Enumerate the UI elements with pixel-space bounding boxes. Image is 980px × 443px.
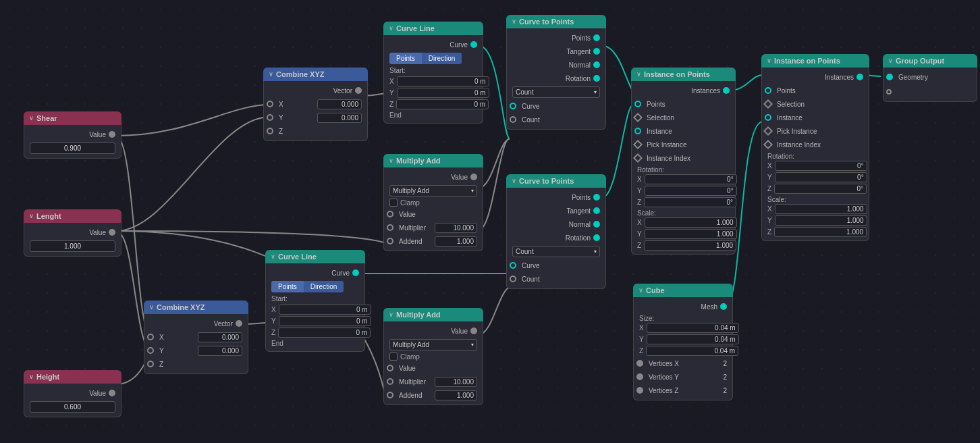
ma1-multiplier-input[interactable] bbox=[435, 223, 477, 233]
iop2-rot-y-input[interactable] bbox=[775, 172, 867, 182]
iop1-scale-z-input[interactable] bbox=[644, 240, 736, 251]
iop1-pick-socket[interactable] bbox=[633, 140, 643, 149]
cube-vertx-socket[interactable] bbox=[636, 360, 643, 367]
ma2-value-in-socket[interactable] bbox=[387, 365, 393, 371]
collapse-icon-iop1[interactable]: ∨ bbox=[636, 71, 641, 78]
shear-value-display[interactable]: 0.900 bbox=[30, 142, 115, 154]
collapse-icon-height[interactable]: ∨ bbox=[29, 373, 34, 380]
cl2-start-x-input[interactable] bbox=[279, 305, 371, 315]
cl2-start-z-input[interactable] bbox=[278, 328, 371, 338]
cube-verty-socket[interactable] bbox=[636, 373, 643, 380]
collapse-icon-cxyz1[interactable]: ∨ bbox=[269, 71, 273, 78]
cxyz1-x-socket[interactable] bbox=[267, 101, 273, 107]
ctp2-count-dropdown[interactable]: Count bbox=[512, 246, 600, 257]
cube-z-input[interactable] bbox=[646, 346, 738, 356]
iop2-scale-x-input[interactable] bbox=[775, 204, 867, 214]
cl1-start-z-input[interactable] bbox=[396, 99, 489, 109]
collapse-icon-ma2[interactable]: ∨ bbox=[389, 311, 393, 318]
lenght-value-socket[interactable] bbox=[109, 229, 115, 236]
ctp2-points-socket[interactable] bbox=[593, 194, 600, 201]
go-extra-socket[interactable] bbox=[886, 89, 892, 95]
lenght-value-display[interactable]: 1.000 bbox=[30, 240, 115, 252]
cxyz1-y-input[interactable] bbox=[317, 113, 362, 123]
ctp2-tangent-socket[interactable] bbox=[593, 207, 600, 214]
ctp2-count-in-socket[interactable] bbox=[510, 276, 516, 282]
go-geometry-socket[interactable] bbox=[886, 74, 893, 80]
iop2-scale-z-input[interactable] bbox=[774, 227, 867, 237]
cube-vertz-socket[interactable] bbox=[636, 387, 643, 394]
iop1-instances-socket[interactable] bbox=[723, 87, 730, 94]
iop2-index-socket[interactable] bbox=[763, 140, 773, 149]
ctp1-points-socket[interactable] bbox=[593, 34, 600, 41]
iop1-scale-x-input[interactable] bbox=[645, 217, 737, 228]
cxyz2-x-socket[interactable] bbox=[147, 334, 154, 340]
cl2-curve-socket[interactable] bbox=[352, 269, 359, 276]
cube-y-input[interactable] bbox=[647, 334, 739, 344]
ma1-addend-input[interactable] bbox=[435, 236, 477, 246]
ma1-addend-socket[interactable] bbox=[387, 238, 393, 244]
ctp1-tangent-socket[interactable] bbox=[593, 48, 600, 55]
ctp2-curve-in-socket[interactable] bbox=[510, 262, 516, 269]
ctp1-count-in-socket[interactable] bbox=[510, 116, 516, 123]
iop1-rot-x-input[interactable] bbox=[645, 174, 737, 184]
ctp1-curve-in-socket[interactable] bbox=[510, 103, 516, 109]
cxyz2-y-socket[interactable] bbox=[147, 347, 154, 354]
cube-mesh-socket[interactable] bbox=[720, 303, 727, 310]
ma2-addend-input[interactable] bbox=[435, 390, 477, 400]
iop2-scale-y-input[interactable] bbox=[775, 215, 867, 226]
iop1-rot-z-input[interactable] bbox=[644, 197, 736, 207]
ma2-clamp-checkbox[interactable] bbox=[389, 353, 398, 361]
ctp1-rotation-socket[interactable] bbox=[593, 75, 600, 82]
ctp2-normal-socket[interactable] bbox=[593, 221, 600, 228]
cxyz1-z-socket[interactable] bbox=[267, 128, 273, 134]
ma2-addend-socket[interactable] bbox=[387, 392, 393, 398]
collapse-icon-cube[interactable]: ∨ bbox=[638, 287, 643, 294]
ma2-multiplier-input[interactable] bbox=[435, 377, 477, 387]
cl1-direction-btn[interactable]: Direction bbox=[422, 53, 462, 64]
iop2-instances-socket[interactable] bbox=[856, 74, 863, 80]
collapse-icon[interactable]: ∨ bbox=[29, 115, 34, 122]
height-value-display[interactable]: 0.600 bbox=[30, 401, 115, 413]
ctp2-rotation-socket[interactable] bbox=[593, 234, 600, 241]
cl1-curve-socket[interactable] bbox=[470, 41, 477, 48]
iop2-rot-z-input[interactable] bbox=[774, 184, 867, 194]
height-value-socket[interactable] bbox=[109, 390, 115, 396]
iop1-index-socket[interactable] bbox=[633, 153, 643, 163]
cxyz1-y-socket[interactable] bbox=[267, 114, 273, 121]
cl1-start-y-input[interactable] bbox=[397, 88, 489, 98]
cxyz2-vector-socket[interactable] bbox=[236, 320, 242, 327]
cube-x-input[interactable] bbox=[647, 323, 739, 333]
iop1-points-socket[interactable] bbox=[634, 101, 641, 107]
iop2-selection-socket[interactable] bbox=[763, 99, 773, 109]
ma2-mode-dropdown[interactable]: Multiply Add bbox=[389, 339, 477, 350]
ctp1-normal-socket[interactable] bbox=[593, 61, 600, 68]
collapse-icon-cxyz2[interactable]: ∨ bbox=[149, 304, 154, 311]
ma1-value-in-socket[interactable] bbox=[387, 211, 393, 217]
collapse-icon-cl2[interactable]: ∨ bbox=[271, 253, 275, 260]
iop2-points-socket[interactable] bbox=[765, 87, 771, 94]
cl2-points-btn[interactable]: Points bbox=[271, 281, 304, 292]
cxyz2-z-socket[interactable] bbox=[147, 361, 154, 367]
iop1-rot-y-input[interactable] bbox=[645, 186, 737, 196]
cxyz1-vector-socket[interactable] bbox=[355, 87, 362, 94]
collapse-icon-cl1[interactable]: ∨ bbox=[389, 25, 393, 32]
collapse-icon-ctp2[interactable]: ∨ bbox=[512, 178, 516, 184]
iop2-rot-x-input[interactable] bbox=[775, 161, 867, 171]
iop2-instance-socket[interactable] bbox=[765, 114, 771, 121]
collapse-icon-iop2[interactable]: ∨ bbox=[767, 57, 771, 64]
iop1-scale-y-input[interactable] bbox=[645, 229, 737, 239]
collapse-icon-ma1[interactable]: ∨ bbox=[389, 157, 393, 164]
ma2-value-out-socket[interactable] bbox=[470, 328, 477, 334]
cl2-start-y-input[interactable] bbox=[279, 316, 371, 326]
ma1-mode-dropdown[interactable]: Multiply Add bbox=[389, 185, 477, 197]
ma1-value-out-socket[interactable] bbox=[470, 174, 477, 180]
cl2-direction-btn[interactable]: Direction bbox=[304, 281, 344, 292]
cl1-points-btn[interactable]: Points bbox=[389, 53, 422, 64]
cl1-start-x-input[interactable] bbox=[397, 76, 489, 86]
iop2-pick-socket[interactable] bbox=[763, 126, 773, 136]
ctp1-count-dropdown[interactable]: Count bbox=[512, 86, 600, 98]
shear-value-socket[interactable] bbox=[109, 131, 115, 138]
collapse-icon-ctp1[interactable]: ∨ bbox=[512, 18, 516, 25]
iop1-selection-socket[interactable] bbox=[633, 113, 643, 122]
ma2-multiplier-socket[interactable] bbox=[387, 378, 393, 385]
